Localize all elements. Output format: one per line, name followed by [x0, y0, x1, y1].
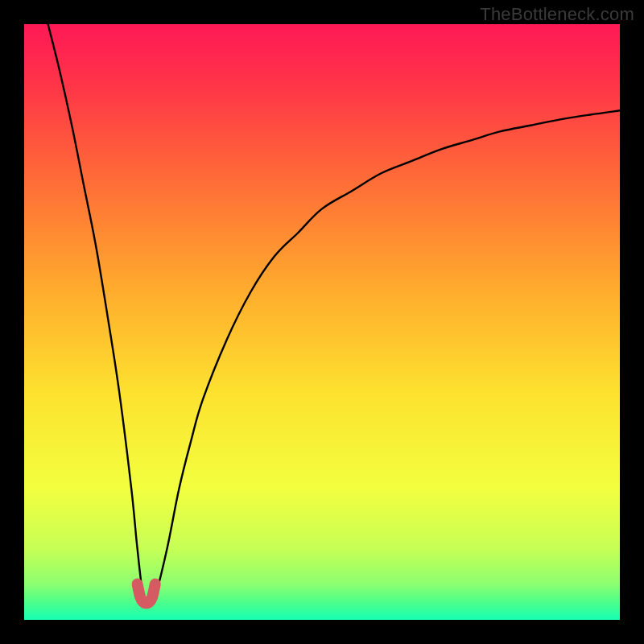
watermark-label: TheBottleneck.com [480, 4, 634, 25]
plot-area [24, 24, 620, 620]
bottleneck-curve [24, 24, 620, 620]
